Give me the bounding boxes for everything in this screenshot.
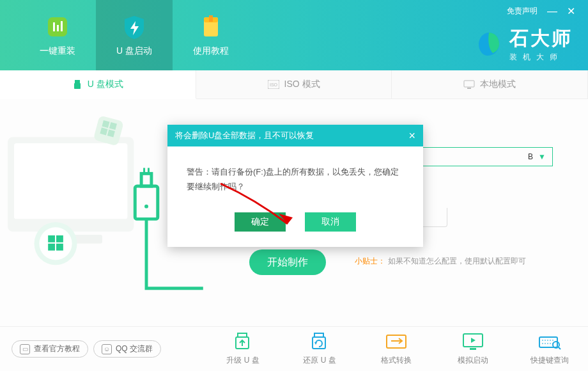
people-icon: ☺ (102, 344, 112, 354)
disclaimer-link[interactable]: 免责声明 (507, 6, 538, 17)
cancel-button[interactable]: 取消 (305, 212, 356, 232)
tool-label: 快捷键查询 (530, 355, 569, 366)
brand: 石大师 装机大师 (475, 26, 573, 63)
nav-label: 一键重装 (40, 45, 75, 57)
tab-usb-mode[interactable]: U 盘模式 (0, 70, 196, 99)
svg-rect-23 (93, 115, 124, 146)
svg-text:ISO: ISO (269, 83, 277, 87)
book-icon: ▭ (20, 344, 30, 354)
svg-point-32 (144, 205, 148, 209)
official-tutorial-link[interactable]: ▭ 查看官方教程 (12, 340, 88, 358)
svg-rect-30 (143, 168, 145, 173)
iso-icon: ISO (268, 80, 279, 89)
monitor-icon (463, 80, 475, 89)
tool-label: 模拟启动 (458, 355, 488, 366)
svg-rect-29 (141, 173, 151, 186)
dialog-close-icon[interactable]: × (408, 130, 415, 141)
svg-rect-25 (109, 122, 117, 130)
svg-marker-37 (314, 342, 317, 345)
convert-icon (385, 332, 408, 351)
tool-restore-usb[interactable]: 还原 U 盘 (294, 332, 345, 366)
tool-label: 升级 U 盘 (226, 355, 259, 366)
tool-simulate-boot[interactable]: 模拟启动 (447, 332, 499, 366)
pill-label: 查看官方教程 (34, 343, 80, 354)
nav-label: U 盘启动 (116, 45, 152, 57)
keyboard-search-icon (538, 332, 561, 351)
svg-rect-12 (464, 81, 474, 87)
usb-icon (72, 79, 82, 90)
confirm-dialog: 将会删除U盘全部数据，且不可以恢复 × 警告：请自行备份(F:)盘上的所有数据，… (167, 125, 423, 247)
tab-label: U 盘模式 (88, 79, 123, 90)
tool-label: 还原 U 盘 (303, 355, 336, 366)
svg-rect-8 (75, 80, 80, 83)
svg-rect-22 (56, 244, 63, 251)
svg-rect-14 (8, 137, 134, 232)
svg-rect-40 (470, 348, 476, 350)
minimize-icon[interactable]: — (547, 6, 557, 17)
book-icon (197, 13, 224, 40)
svg-rect-31 (148, 168, 150, 173)
svg-rect-15 (14, 143, 128, 219)
svg-point-17 (35, 222, 77, 265)
hint-prefix: 小贴士： (355, 257, 385, 265)
dialog-title-bar: 将会删除U盘全部数据，且不可以恢复 × (167, 125, 423, 146)
brand-name: 石大师 (509, 26, 573, 52)
tool-label: 格式转换 (381, 355, 412, 366)
close-icon[interactable]: ✕ (567, 5, 575, 17)
svg-rect-13 (467, 88, 471, 89)
usb-refresh-icon (308, 332, 331, 351)
usb-up-icon (231, 332, 254, 351)
nav-label: 使用教程 (193, 45, 229, 57)
dropdown-value: B (528, 152, 533, 161)
svg-rect-16 (39, 235, 102, 244)
brand-sub: 装机大师 (509, 52, 573, 63)
svg-rect-9 (74, 83, 81, 89)
svg-rect-1 (53, 22, 55, 31)
mode-tabs: U 盘模式 ISO ISO 模式 本地模式 (0, 70, 588, 99)
dialog-title: 将会删除U盘全部数据，且不可以恢复 (175, 130, 314, 141)
svg-rect-27 (107, 129, 115, 137)
qq-group-link[interactable]: ☺ QQ 交流群 (93, 340, 161, 358)
tool-format-convert[interactable]: 格式转换 (371, 332, 422, 366)
svg-rect-20 (56, 235, 63, 242)
nav-tutorial[interactable]: 使用教程 (173, 0, 249, 70)
svg-point-18 (39, 227, 72, 260)
brand-logo-icon (475, 30, 503, 58)
hint-body: 如果不知道怎么配置，使用默认配置即可 (388, 257, 526, 265)
tab-label: 本地模式 (480, 79, 516, 90)
start-make-button[interactable]: 开始制作 (249, 249, 326, 275)
svg-rect-26 (100, 127, 107, 135)
svg-line-46 (559, 347, 561, 349)
hint-text: 小贴士：如果不知道怎么配置，使用默认配置即可 (355, 256, 526, 267)
tab-local-mode[interactable]: 本地模式 (392, 70, 588, 99)
device-dropdown[interactable]: B ▼ (415, 147, 553, 166)
tool-upgrade-usb[interactable]: 升级 U 盘 (217, 332, 268, 366)
app-header: 免责声明 — ✕ 一键重装 U 盘启动 使用教程 石大师 (0, 0, 588, 70)
monitor-play-icon (461, 332, 484, 351)
usb-shield-icon (121, 13, 148, 40)
main-nav: 一键重装 U 盘启动 使用教程 (19, 0, 249, 70)
svg-rect-3 (61, 21, 63, 31)
tool-hotkey-lookup[interactable]: 快捷键查询 (524, 332, 575, 366)
chevron-down-icon: ▼ (538, 152, 546, 161)
tab-iso-mode[interactable]: ISO ISO 模式 (196, 70, 392, 99)
pill-label: QQ 交流群 (116, 343, 153, 354)
svg-rect-21 (48, 244, 55, 251)
nav-usb-boot[interactable]: U 盘启动 (96, 0, 173, 70)
svg-rect-28 (135, 186, 158, 219)
reinstall-icon (44, 13, 71, 40)
svg-rect-2 (57, 25, 59, 31)
nav-reinstall[interactable]: 一键重装 (19, 0, 96, 70)
svg-rect-24 (102, 120, 109, 128)
tab-label: ISO 模式 (284, 79, 320, 90)
bottom-bar: ▭ 查看官方教程 ☺ QQ 交流群 升级 U 盘 还原 U 盘 格式转换 模拟启… (0, 326, 588, 371)
svg-rect-7 (209, 15, 213, 22)
dialog-message: 警告：请自行备份(F:)盘上的所有数据，以免丢失，您确定要继续制作吗？ (187, 164, 404, 194)
svg-rect-19 (48, 235, 55, 242)
svg-marker-41 (471, 338, 476, 343)
ok-button[interactable]: 确定 (235, 212, 286, 232)
